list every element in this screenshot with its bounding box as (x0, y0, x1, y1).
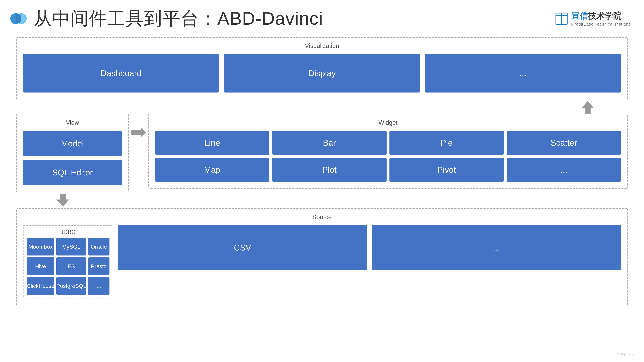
down-arrow-icon (55, 193, 71, 208)
middle-row: View Model SQL Editor Widget Line (16, 114, 628, 192)
widget-card-map: Map (155, 158, 269, 182)
jdbc-card-presto: Presto (88, 257, 110, 275)
widget-card-plot: Plot (272, 158, 386, 182)
jdbc-label: JDBC (27, 229, 110, 236)
h-arrow-container (129, 114, 148, 138)
svg-marker-6 (581, 101, 594, 114)
watermark: © 云栖社区 (617, 352, 634, 357)
svg-point-2 (16, 14, 22, 23)
jdbc-card-clickhouse: ClickHouse (27, 277, 54, 295)
brand-subtitle: CreditEase Technical Institute (571, 22, 631, 27)
view-card-model: Model (23, 131, 122, 156)
down-arrow-row (16, 194, 628, 207)
up-arrow-row (16, 101, 628, 114)
brand-name: 宜信技术学院 (571, 10, 631, 22)
viz-card-display: Display (224, 54, 420, 92)
brand-text: 宜信技术学院 CreditEase Technical Institute (571, 10, 631, 27)
svg-marker-7 (131, 128, 146, 137)
brand-icon (555, 12, 568, 25)
view-section: View Model SQL Editor (16, 114, 129, 192)
widget-card-line: Line (155, 131, 269, 155)
up-arrow-icon (580, 100, 596, 115)
jdbc-section: JDBC Moon box MySQL Oracle Hive (23, 225, 113, 299)
jdbc-grid: Moon box MySQL Oracle Hive ES (27, 238, 110, 295)
source-cards: JDBC Moon box MySQL Oracle Hive (23, 225, 621, 299)
widget-card-scatter: Scatter (507, 131, 621, 155)
widget-card-bar: Bar (272, 131, 386, 155)
widget-grid: Line Bar Pie Scatter Map Plot Pi (155, 131, 621, 182)
header: 从中间件工具到平台：ABD-Davinci 宜信技术学院 CreditEase … (0, 0, 644, 34)
widget-card-pivot: Pivot (390, 158, 504, 182)
viz-card-more: ... (425, 54, 621, 92)
source-card-csv: CSV (118, 225, 367, 270)
page-title: 从中间件工具到平台：ABD-Davinci (34, 6, 323, 31)
header-left: 从中间件工具到平台：ABD-Davinci (10, 6, 323, 31)
jdbc-card-hive: Hive (27, 257, 54, 275)
brand-name-blue: 宜信 (571, 11, 588, 20)
visualization-section: Visualization Dashboard Display ... (16, 37, 628, 99)
jdbc-card-oracle: Oracle (88, 238, 110, 256)
view-label: View (23, 119, 122, 126)
source-section: Source JDBC Moon box MySQL Oracle Hive (16, 208, 628, 305)
widget-card-more: ... (507, 158, 621, 182)
widget-section: Widget Line Bar Pie Scatter Map Pl (148, 114, 628, 189)
header-right: 宜信技术学院 CreditEase Technical Institute (555, 10, 631, 27)
viz-card-dashboard: Dashboard (23, 54, 219, 92)
view-cards: Model SQL Editor (23, 131, 122, 185)
jdbc-card-es: ES (56, 257, 86, 275)
widget-card-pie: Pie (390, 131, 504, 155)
view-card-sqleditor: SQL Editor (23, 160, 122, 185)
logo-icon (10, 10, 27, 27)
jdbc-card-moonbox: Moon box (27, 238, 54, 256)
visualization-cards: Dashboard Display ... (23, 54, 621, 92)
jdbc-card-more: ... (88, 277, 110, 295)
svg-marker-8 (56, 194, 69, 207)
brand-name-dark: 技术学院 (588, 11, 622, 20)
source-card-more: ... (372, 225, 621, 270)
widget-label: Widget (155, 119, 621, 126)
jdbc-card-mysql: MySQL (56, 238, 86, 256)
jdbc-card-postgresql: PostgreSQL (56, 277, 86, 295)
visualization-label: Visualization (23, 42, 621, 49)
source-label: Source (23, 214, 621, 221)
main-content: Visualization Dashboard Display ... View… (0, 34, 644, 312)
right-arrow-icon (130, 127, 146, 138)
